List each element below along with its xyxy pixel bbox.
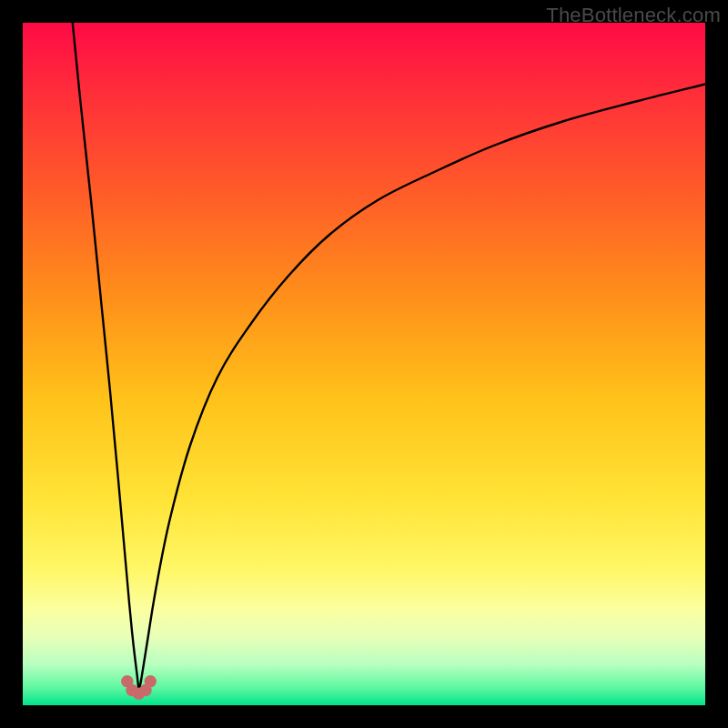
watermark-text: TheBottleneck.com bbox=[546, 4, 721, 27]
left-branch-curve bbox=[73, 23, 139, 692]
right-branch-curve bbox=[139, 85, 706, 693]
plot-area bbox=[23, 23, 705, 705]
notch-marker bbox=[145, 675, 157, 688]
outer-frame: TheBottleneck.com bbox=[0, 0, 728, 728]
curve-layer bbox=[23, 23, 705, 705]
